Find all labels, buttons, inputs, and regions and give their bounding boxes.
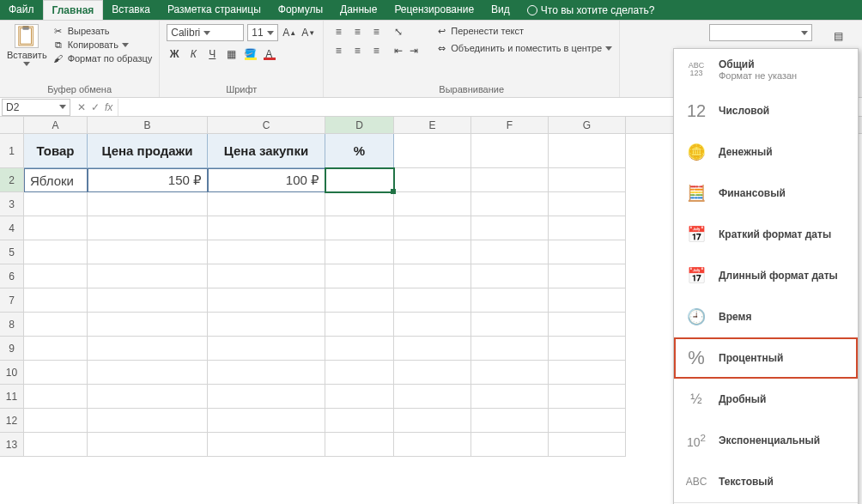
cell[interactable] xyxy=(394,192,471,216)
cell[interactable] xyxy=(208,192,325,216)
row-header[interactable]: 3 xyxy=(0,192,24,216)
cell[interactable] xyxy=(88,409,208,433)
cell[interactable] xyxy=(549,337,626,361)
cell[interactable] xyxy=(24,264,88,288)
cell[interactable] xyxy=(394,264,471,288)
cell[interactable] xyxy=(549,409,626,433)
tab-insert[interactable]: Вставка xyxy=(103,0,159,20)
row-header[interactable]: 8 xyxy=(0,313,24,337)
cell[interactable] xyxy=(549,216,626,240)
cell[interactable] xyxy=(24,433,88,457)
column-header[interactable]: G xyxy=(549,117,626,133)
cell[interactable]: 100 ₽ xyxy=(208,168,325,192)
increase-font-button[interactable]: A▲ xyxy=(282,25,297,40)
number-format-option[interactable]: 102Экспоненциальный xyxy=(674,420,858,461)
format-painter-button[interactable]: 🖌 Формат по образцу xyxy=(52,52,153,65)
row-header[interactable]: 5 xyxy=(0,240,24,264)
cell[interactable] xyxy=(471,337,549,361)
align-left-button[interactable]: ≡ xyxy=(331,43,346,58)
cell[interactable] xyxy=(549,168,626,192)
number-format-option[interactable]: ½Дробный xyxy=(674,379,858,420)
cell[interactable] xyxy=(394,240,471,264)
cell[interactable] xyxy=(88,216,208,240)
cell[interactable] xyxy=(88,313,208,337)
tab-view[interactable]: Вид xyxy=(483,0,519,20)
cell[interactable] xyxy=(325,240,394,264)
cell[interactable] xyxy=(394,385,471,409)
cell[interactable] xyxy=(394,288,471,313)
cell[interactable] xyxy=(325,288,394,313)
cell[interactable] xyxy=(88,288,208,313)
cell[interactable] xyxy=(471,288,549,313)
cell[interactable] xyxy=(24,192,88,216)
conditional-formatting-button[interactable]: ▤ xyxy=(826,24,850,48)
cut-button[interactable]: ✂ Вырезать xyxy=(52,24,153,38)
cell[interactable] xyxy=(208,385,325,409)
cell[interactable] xyxy=(471,134,549,168)
font-size-combo[interactable]: 11 xyxy=(247,24,278,41)
font-color-button[interactable]: A xyxy=(261,46,276,62)
italic-button[interactable]: К xyxy=(185,46,201,62)
column-header[interactable]: A xyxy=(24,117,88,133)
cell[interactable] xyxy=(394,313,471,337)
cell[interactable] xyxy=(88,361,208,385)
cell[interactable] xyxy=(549,288,626,313)
column-header[interactable]: E xyxy=(394,117,471,133)
cell[interactable] xyxy=(549,192,626,216)
cell[interactable] xyxy=(325,409,394,433)
cell[interactable] xyxy=(208,337,325,361)
font-name-combo[interactable]: Calibri xyxy=(167,24,244,41)
cell[interactable] xyxy=(471,361,549,385)
tab-file[interactable]: Файл xyxy=(0,0,43,20)
tab-home[interactable]: Главная xyxy=(43,0,104,20)
column-header[interactable]: C xyxy=(208,117,325,133)
cell[interactable] xyxy=(208,264,325,288)
cell[interactable] xyxy=(394,433,471,457)
row-header[interactable]: 1 xyxy=(0,134,24,168)
border-button[interactable]: ▦ xyxy=(223,46,239,62)
number-format-option[interactable]: ABCТекстовый xyxy=(674,461,858,502)
cell[interactable] xyxy=(24,313,88,337)
cell[interactable] xyxy=(208,433,325,457)
row-header[interactable]: 4 xyxy=(0,216,24,240)
number-format-option[interactable]: 🕘Время xyxy=(674,296,858,337)
cell[interactable] xyxy=(88,192,208,216)
column-header[interactable]: D xyxy=(325,117,394,133)
row-header[interactable]: 10 xyxy=(0,361,24,385)
cell[interactable] xyxy=(24,240,88,264)
cell[interactable]: % xyxy=(325,134,394,168)
cell[interactable] xyxy=(325,337,394,361)
cell[interactable] xyxy=(325,192,394,216)
cell[interactable] xyxy=(208,409,325,433)
merge-center-button[interactable]: ⇔ Объединить и поместить в центре xyxy=(435,41,612,55)
cell[interactable] xyxy=(471,409,549,433)
cell[interactable] xyxy=(325,168,394,192)
cell[interactable]: Товар xyxy=(24,134,88,168)
row-header[interactable]: 11 xyxy=(0,385,24,409)
bold-button[interactable]: Ж xyxy=(167,46,182,62)
cell[interactable] xyxy=(471,313,549,337)
cell[interactable] xyxy=(88,385,208,409)
cell[interactable] xyxy=(88,240,208,264)
cell[interactable] xyxy=(394,168,471,192)
cell[interactable] xyxy=(88,433,208,457)
cell[interactable] xyxy=(208,288,325,313)
align-right-button[interactable]: ≡ xyxy=(368,43,384,58)
row-header[interactable]: 12 xyxy=(0,409,24,433)
number-format-option[interactable]: ABC123ОбщийФормат не указан xyxy=(674,49,858,90)
cell[interactable] xyxy=(325,433,394,457)
row-header[interactable]: 2 xyxy=(0,168,24,192)
paste-button[interactable]: Вставить xyxy=(7,24,47,66)
row-header[interactable]: 9 xyxy=(0,337,24,361)
cell[interactable] xyxy=(471,264,549,288)
tell-me-search[interactable]: Что вы хотите сделать? xyxy=(519,0,862,20)
cell[interactable] xyxy=(208,313,325,337)
number-format-combo[interactable] xyxy=(709,24,812,41)
cell[interactable] xyxy=(394,337,471,361)
enter-formula-button[interactable]: ✓ xyxy=(91,101,100,113)
cell[interactable]: Цена продажи xyxy=(88,134,208,168)
align-middle-button[interactable]: ≡ xyxy=(349,24,365,39)
fill-color-button[interactable]: 🪣 xyxy=(242,46,258,62)
decrease-indent-button[interactable]: ⇤ xyxy=(391,43,406,58)
tab-formulas[interactable]: Формулы xyxy=(270,0,331,20)
